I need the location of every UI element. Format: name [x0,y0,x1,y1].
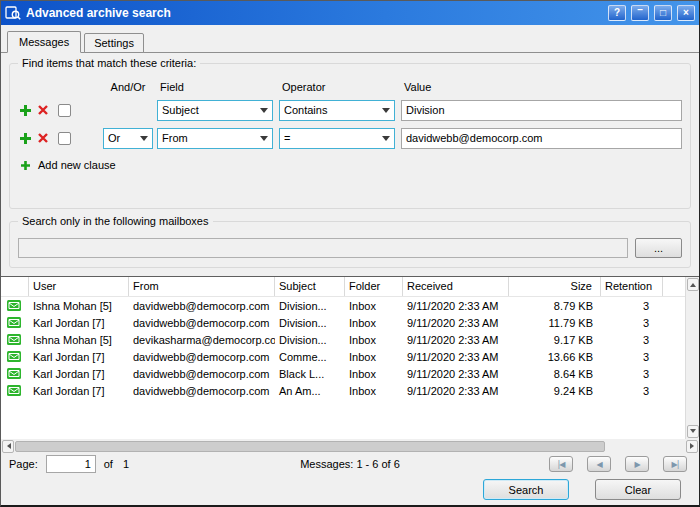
cell-received: 9/11/2020 2:33 AM [403,368,509,380]
page-nav-buttons: |◀ ◀ ▶ ▶| [549,456,687,472]
total-pages: 1 [123,458,129,470]
message-icon [7,334,21,345]
page-label: Page: [9,458,38,470]
cell-size: 8.79 KB [509,300,601,312]
cell-retention: 3 [601,385,663,397]
column-header-retention[interactable]: Retention [601,277,663,296]
mailboxes-groupbox: Search only in the following mailboxes .… [9,221,691,268]
scroll-up-icon[interactable] [687,278,699,291]
cell-from: davidwebb@democorp.com [129,300,275,312]
criteria-row-checkbox[interactable] [58,132,71,145]
horizontal-scrollbar[interactable] [1,439,699,453]
message-icon [7,385,21,396]
mailboxes-input[interactable] [18,238,628,258]
tab-strip: Messages Settings [1,25,699,53]
field-select[interactable]: From [157,128,273,149]
column-header-subject[interactable]: Subject [275,277,345,296]
prev-page-button[interactable]: ◀ [587,456,611,472]
pagination-bar: Page: of 1 Messages: 1 - 6 of 6 |◀ ◀ ▶ ▶… [1,453,699,475]
column-header-received[interactable]: Received [403,277,509,296]
scroll-right-icon[interactable] [686,440,698,453]
tab-messages[interactable]: Messages [7,31,81,53]
maximize-button[interactable]: □ [654,5,672,21]
column-header-icon[interactable] [1,277,29,296]
cell-subject: Division... [275,334,345,346]
cell-folder: Inbox [345,334,403,346]
last-page-button[interactable]: ▶| [663,456,687,472]
operator-select[interactable]: Contains [279,100,395,121]
window-title: Advanced archive search [26,6,603,20]
cell-subject: Division... [275,300,345,312]
criteria-legend: Find items that match these criteria: [18,57,200,69]
criteria-row-checkbox[interactable] [58,104,71,117]
page-number-input[interactable] [46,455,96,473]
chevron-down-icon [378,131,394,145]
close-button[interactable]: × [677,5,695,21]
header-value: Value [401,81,682,93]
scroll-left-icon[interactable] [2,440,14,453]
message-icon [7,317,21,328]
message-icon [7,300,21,311]
vertical-scrollbar[interactable] [685,277,699,439]
delete-row-icon[interactable] [36,131,50,145]
minimize-button[interactable]: – [631,5,649,21]
first-page-button[interactable]: |◀ [549,456,573,472]
message-icon [7,368,21,379]
criteria-row: Or From = [18,124,682,152]
add-row-icon[interactable] [18,131,32,145]
delete-row-icon[interactable] [36,103,50,117]
column-header-folder[interactable]: Folder [345,277,403,296]
cell-user: Ishna Mohan [5] [29,334,129,346]
column-header-from[interactable]: From [129,277,275,296]
table-row[interactable]: Ishna Mohan [5] davidwebb@democorp.com D… [1,297,685,314]
cell-received: 9/11/2020 2:33 AM [403,351,509,363]
cell-from: davidwebb@democorp.com [129,368,275,380]
table-row[interactable]: Karl Jordan [7] davidwebb@democorp.com A… [1,382,685,399]
cell-received: 9/11/2020 2:33 AM [403,334,509,346]
table-row[interactable]: Ishna Mohan [5] devikasharma@democorp.co… [1,331,685,348]
header-andor: And/Or [103,81,153,93]
search-button[interactable]: Search [483,479,569,500]
value-input[interactable] [401,100,682,121]
add-new-clause-link[interactable]: Add new clause [18,154,682,176]
column-header-size[interactable]: Size [509,277,601,296]
field-select[interactable]: Subject [157,100,273,121]
cell-user: Karl Jordan [7] [29,317,129,329]
help-button[interactable]: ? [608,5,626,21]
cell-from: davidwebb@democorp.com [129,385,275,397]
operator-select[interactable]: = [279,128,395,149]
messages-summary: Messages: 1 - 6 of 6 [300,458,400,470]
column-header-user[interactable]: User [29,277,129,296]
cell-received: 9/11/2020 2:33 AM [403,317,509,329]
cell-size: 13.66 KB [509,351,601,363]
results-table: User From Subject Folder Received Size R… [1,277,685,439]
add-row-icon[interactable] [18,103,32,117]
cell-subject: Comme... [275,351,345,363]
cell-from: davidwebb@democorp.com [129,317,275,329]
action-bar: Search Clear [1,475,699,505]
browse-mailboxes-button[interactable]: ... [635,238,682,258]
cell-folder: Inbox [345,351,403,363]
tab-settings[interactable]: Settings [84,33,144,53]
andor-select[interactable]: Or [103,128,153,149]
table-row[interactable]: Karl Jordan [7] davidwebb@democorp.com C… [1,348,685,365]
titlebar[interactable]: Advanced archive search ? – □ × [1,1,699,25]
cell-user: Karl Jordan [7] [29,351,129,363]
table-row[interactable]: Karl Jordan [7] davidwebb@democorp.com D… [1,314,685,331]
cell-retention: 3 [601,368,663,380]
table-row[interactable]: Karl Jordan [7] davidwebb@democorp.com B… [1,365,685,382]
cell-retention: 3 [601,334,663,346]
horizontal-scroll-thumb[interactable] [15,441,605,452]
value-input[interactable] [401,128,682,149]
table-empty-area [1,399,685,439]
next-page-button[interactable]: ▶ [625,456,649,472]
cell-folder: Inbox [345,300,403,312]
header-field: Field [157,81,273,93]
advanced-archive-search-dialog: Advanced archive search ? – □ × Messages… [0,0,700,507]
cell-subject: Black L... [275,368,345,380]
horizontal-scroll-track[interactable] [15,440,685,453]
scroll-down-icon[interactable] [687,425,699,438]
clear-button[interactable]: Clear [595,479,681,500]
cell-size: 11.79 KB [509,317,601,329]
cell-retention: 3 [601,300,663,312]
